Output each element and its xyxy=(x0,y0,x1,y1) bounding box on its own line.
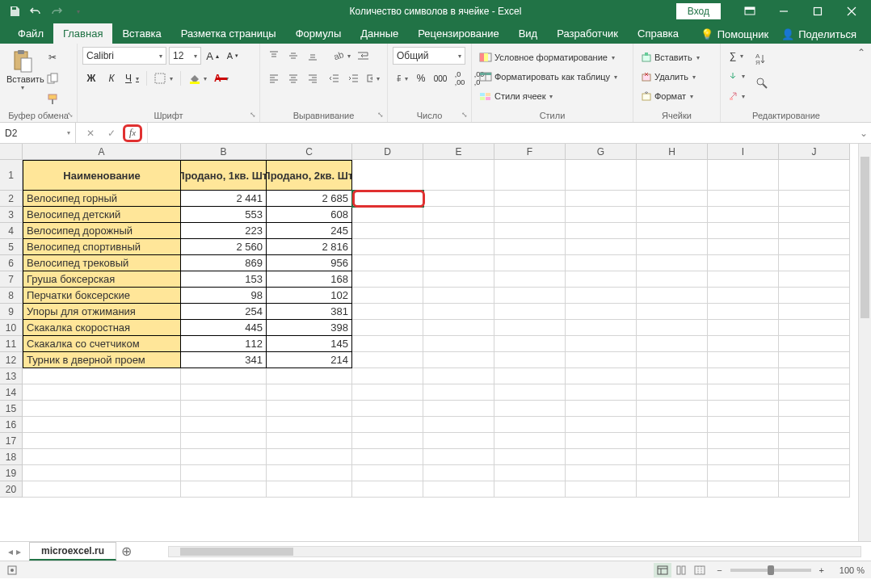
horizontal-scrollbar[interactable] xyxy=(168,546,861,557)
cell[interactable] xyxy=(23,481,181,498)
cell[interactable] xyxy=(637,288,708,304)
row-header[interactable]: 18 xyxy=(0,449,23,465)
font-color-button[interactable]: A xyxy=(212,69,231,87)
font-dialog-launcher[interactable]: ⤡ xyxy=(250,111,256,119)
cell[interactable] xyxy=(352,384,423,401)
cell[interactable] xyxy=(23,384,181,401)
cell[interactable]: 398 xyxy=(267,320,352,336)
row-header[interactable]: 13 xyxy=(0,368,23,384)
align-left-button[interactable] xyxy=(265,69,283,87)
column-header[interactable]: E xyxy=(423,144,494,160)
fill-button[interactable] xyxy=(726,67,747,85)
cell[interactable]: Упоры для отжимания xyxy=(23,304,181,320)
cut-button[interactable]: ✂ xyxy=(44,48,61,66)
column-header[interactable]: C xyxy=(267,144,352,160)
sheet-nav-first[interactable]: ◂ xyxy=(8,546,13,557)
cell[interactable] xyxy=(23,417,181,433)
cell[interactable] xyxy=(352,465,423,481)
cell[interactable] xyxy=(181,368,267,384)
cell[interactable] xyxy=(352,433,423,449)
row-header[interactable]: 9 xyxy=(0,304,23,320)
cell[interactable] xyxy=(423,191,494,207)
font-size-select[interactable]: 12▾ xyxy=(169,47,201,65)
tab-developer[interactable]: Разработчик xyxy=(547,23,628,44)
cell[interactable] xyxy=(352,255,423,271)
cell[interactable] xyxy=(352,160,423,191)
cell[interactable] xyxy=(637,320,708,336)
cell[interactable] xyxy=(708,320,779,336)
cell[interactable] xyxy=(352,417,423,433)
cell[interactable]: 98 xyxy=(181,288,267,304)
cell[interactable]: 2 816 xyxy=(267,239,352,255)
cell[interactable]: Велосипед спортивный xyxy=(23,239,181,255)
orientation-button[interactable]: ab xyxy=(330,47,353,65)
cell[interactable] xyxy=(637,401,708,417)
cell[interactable] xyxy=(779,352,850,368)
cell[interactable] xyxy=(423,255,494,271)
italic-button[interactable]: К xyxy=(103,69,120,87)
cell[interactable] xyxy=(267,368,352,384)
cell[interactable] xyxy=(566,191,637,207)
cell[interactable]: 445 xyxy=(181,320,267,336)
cell[interactable]: Продано, 1кв. Шт. xyxy=(181,160,267,191)
cell[interactable] xyxy=(779,288,850,304)
sheet-tab-active[interactable]: microexcel.ru xyxy=(29,542,116,561)
cell[interactable] xyxy=(779,271,850,288)
cell[interactable] xyxy=(494,401,566,417)
align-center-button[interactable] xyxy=(284,69,302,87)
row-header[interactable]: 10 xyxy=(0,320,23,336)
cell[interactable] xyxy=(779,304,850,320)
cell[interactable]: Велосипед трековый xyxy=(23,255,181,271)
cell[interactable] xyxy=(494,239,566,255)
alignment-dialog-launcher[interactable]: ⤡ xyxy=(377,111,384,119)
cell[interactable]: 553 xyxy=(181,207,267,223)
qat-customize[interactable] xyxy=(69,3,86,19)
increase-decimal-button[interactable]: ,0,00 xyxy=(451,69,469,87)
cell[interactable] xyxy=(708,239,779,255)
format-painter-button[interactable] xyxy=(44,90,61,108)
row-header[interactable]: 8 xyxy=(0,288,23,304)
conditional-formatting-button[interactable]: Условное форматирование xyxy=(477,48,628,66)
zoom-out-button[interactable]: − xyxy=(717,565,722,575)
cell[interactable]: 112 xyxy=(181,336,267,352)
cell[interactable] xyxy=(267,433,352,449)
row-header[interactable]: 3 xyxy=(0,207,23,223)
autosum-button[interactable]: ∑ xyxy=(726,47,747,65)
cell[interactable] xyxy=(494,288,566,304)
cell[interactable] xyxy=(566,223,637,239)
tab-view[interactable]: Вид xyxy=(509,23,548,44)
cell[interactable] xyxy=(566,239,637,255)
cell[interactable] xyxy=(566,288,637,304)
cell[interactable] xyxy=(637,239,708,255)
tab-insert[interactable]: Вставка xyxy=(112,23,170,44)
cell[interactable]: 214 xyxy=(267,352,352,368)
cell[interactable] xyxy=(181,401,267,417)
cell[interactable] xyxy=(423,304,494,320)
cell[interactable] xyxy=(779,417,850,433)
cell[interactable] xyxy=(779,368,850,384)
column-header[interactable]: J xyxy=(779,144,850,160)
cell[interactable] xyxy=(181,465,267,481)
cell[interactable] xyxy=(267,449,352,465)
cell[interactable] xyxy=(181,384,267,401)
cell[interactable] xyxy=(566,401,637,417)
cell[interactable] xyxy=(779,465,850,481)
cell[interactable] xyxy=(23,433,181,449)
cell[interactable] xyxy=(352,288,423,304)
paste-button[interactable]: Вставить ▾ xyxy=(5,47,40,120)
tab-data[interactable]: Данные xyxy=(351,23,408,44)
cell[interactable]: Скакалка скоростная xyxy=(23,320,181,336)
tell-me[interactable]: 💡 Помощник xyxy=(701,28,769,40)
cell[interactable] xyxy=(494,465,566,481)
align-middle-button[interactable] xyxy=(284,47,302,65)
cell[interactable] xyxy=(779,255,850,271)
cell[interactable] xyxy=(352,239,423,255)
cell[interactable] xyxy=(352,223,423,239)
align-right-button[interactable] xyxy=(304,69,322,87)
sheet-nav-prev[interactable]: ▸ xyxy=(16,546,21,557)
cell[interactable] xyxy=(779,223,850,239)
cell[interactable] xyxy=(23,449,181,465)
row-header[interactable]: 17 xyxy=(0,433,23,449)
zoom-in-button[interactable]: + xyxy=(819,565,824,575)
cell[interactable] xyxy=(708,465,779,481)
